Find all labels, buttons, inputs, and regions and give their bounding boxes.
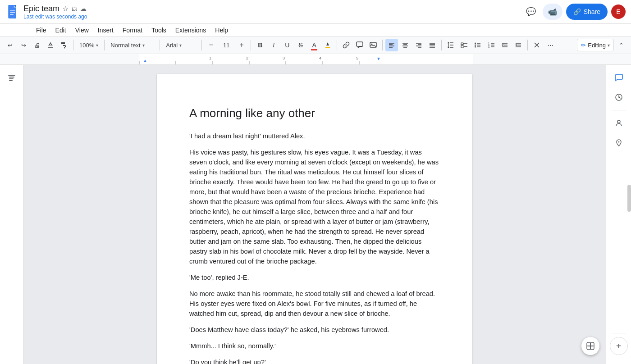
divider-9	[527, 40, 528, 50]
paint-format-button[interactable]	[58, 39, 70, 51]
meet-icon: 📹	[548, 8, 557, 16]
menu-tools[interactable]: Tools	[147, 26, 171, 35]
scroll-indicator	[627, 185, 631, 212]
redo-button[interactable]: ↪	[17, 39, 30, 51]
divider-1	[73, 40, 73, 50]
divider-6	[337, 40, 337, 50]
doc-title-row: Epic team ☆ 🗂 ☁	[23, 4, 519, 14]
print-button[interactable]: 🖨	[31, 39, 43, 51]
document-title[interactable]: A morning like any other	[189, 106, 440, 120]
menu-edit[interactable]: Edit	[51, 26, 71, 35]
doc-title[interactable]: Epic team	[23, 4, 59, 14]
numbered-list-button[interactable]: 1.2.3.	[485, 39, 498, 51]
svg-rect-4	[10, 14, 14, 14]
svg-point-36	[618, 141, 619, 143]
paragraph-1[interactable]: His voice was pasty, his gestures slow, …	[189, 147, 440, 266]
pencil-icon: ✏	[581, 42, 586, 49]
align-left-button[interactable]	[385, 39, 398, 51]
align-justify-button[interactable]	[426, 39, 439, 51]
svg-point-11	[475, 45, 476, 46]
folder-icon[interactable]: 🗂	[71, 5, 78, 12]
paragraph-6[interactable]: 'Do you think he'll get up?'	[189, 357, 440, 364]
smart-compose-button[interactable]	[581, 337, 599, 355]
checklist-button[interactable]	[458, 39, 471, 51]
ruler-gray-right	[473, 54, 631, 64]
svg-text:1: 1	[209, 56, 211, 60]
toolbar: ↩ ↪ 🖨 100% ▾ Normal text ▾ Arial ▾ − 11 …	[0, 36, 631, 54]
history-sidebar-button[interactable]	[610, 88, 628, 106]
svg-text:5: 5	[356, 56, 358, 60]
outline-icon[interactable]	[4, 69, 20, 86]
zoom-chevron: ▾	[96, 43, 98, 48]
align-right-button[interactable]	[412, 39, 425, 51]
paragraph-2[interactable]: 'Me too', replied J-E.	[189, 273, 440, 282]
comment-button[interactable]: 💬	[523, 4, 539, 20]
undo-button[interactable]: ↩	[4, 39, 16, 51]
cloud-icon[interactable]: ☁	[80, 5, 87, 12]
right-sidebar-divider-2	[612, 333, 626, 333]
image-button[interactable]	[367, 39, 380, 51]
map-sidebar-button[interactable]	[610, 134, 628, 152]
font-chevron: ▾	[179, 43, 182, 48]
svg-rect-31	[9, 77, 14, 77]
italic-button[interactable]: I	[267, 39, 280, 51]
highlight-button[interactable]	[321, 39, 334, 51]
people-sidebar-button[interactable]	[610, 114, 628, 132]
avatar[interactable]: E	[611, 5, 626, 19]
paragraph-0[interactable]: 'I had a dream last night' muttered Alex…	[189, 131, 440, 141]
svg-point-35	[617, 120, 620, 123]
bullet-list-button[interactable]	[471, 39, 484, 51]
right-sidebar-divider	[612, 110, 626, 110]
menu-format[interactable]: Format	[118, 26, 147, 35]
doc-area[interactable]: A morning like any other 'I had a dream …	[23, 65, 606, 364]
divider-7	[382, 40, 383, 50]
meet-button[interactable]: 📹	[543, 4, 562, 20]
paragraph-3[interactable]: No more awake than his roommate, he stoo…	[189, 289, 440, 318]
more-options-button[interactable]: ⋯	[544, 39, 557, 51]
docs-app-icon[interactable]	[5, 5, 20, 19]
title-bar-right: 💬 📹 🔗 Share E	[523, 4, 626, 20]
menu-help[interactable]: Help	[210, 26, 233, 35]
comments-sidebar-button[interactable]	[610, 68, 628, 86]
zoom-dropdown[interactable]: 100% ▾	[76, 39, 101, 51]
font-dropdown[interactable]: Arial ▾	[163, 39, 199, 51]
align-center-button[interactable]	[399, 39, 412, 51]
style-dropdown[interactable]: Normal text ▾	[107, 39, 157, 51]
star-icon[interactable]: ☆	[62, 5, 69, 13]
collapse-toolbar-button[interactable]: ⌃	[615, 39, 627, 51]
svg-rect-3	[10, 12, 15, 13]
paragraph-5[interactable]: 'Mmmh... I think so, normally.'	[189, 341, 440, 351]
font-size-decrease-button[interactable]: −	[205, 39, 217, 51]
increase-indent-button[interactable]	[512, 39, 525, 51]
divider-5	[251, 40, 251, 50]
share-button[interactable]: 🔗 Share	[566, 4, 608, 20]
menu-file[interactable]: File	[32, 26, 51, 35]
underline-button[interactable]: U	[281, 39, 293, 51]
menu-insert[interactable]: Insert	[93, 26, 118, 35]
text-color-button[interactable]: A	[308, 39, 320, 51]
editing-mode-button[interactable]: ✏ Editing ▾	[577, 39, 614, 51]
divider-2	[104, 40, 105, 50]
main-content: A morning like any other 'I had a dream …	[0, 65, 631, 364]
menu-extensions[interactable]: Extensions	[171, 26, 210, 35]
comment-toolbar-button[interactable]	[353, 39, 366, 51]
spellcheck-button[interactable]	[44, 39, 57, 51]
paragraph-4[interactable]: 'Does Matthew have class today?' he aske…	[189, 325, 440, 335]
font-size-increase-button[interactable]: +	[235, 39, 248, 51]
bold-button[interactable]: B	[254, 39, 266, 51]
add-sidebar-button[interactable]: +	[610, 337, 628, 355]
right-sidebar: +	[606, 65, 631, 364]
svg-point-12	[475, 46, 476, 48]
document-page: A morning like any other 'I had a dream …	[157, 74, 472, 364]
link-button[interactable]	[340, 39, 352, 51]
clear-format-button[interactable]	[530, 39, 543, 51]
menu-view[interactable]: View	[71, 26, 93, 35]
editing-chevron: ▾	[608, 43, 610, 48]
decrease-indent-button[interactable]	[498, 39, 511, 51]
font-size-input[interactable]: 11	[218, 39, 234, 51]
share-icon: 🔗	[573, 8, 581, 15]
left-panel	[0, 65, 23, 364]
last-edit: Last edit was seconds ago	[23, 14, 519, 20]
strikethrough-button[interactable]: S	[294, 39, 307, 51]
line-spacing-button[interactable]	[444, 39, 457, 51]
